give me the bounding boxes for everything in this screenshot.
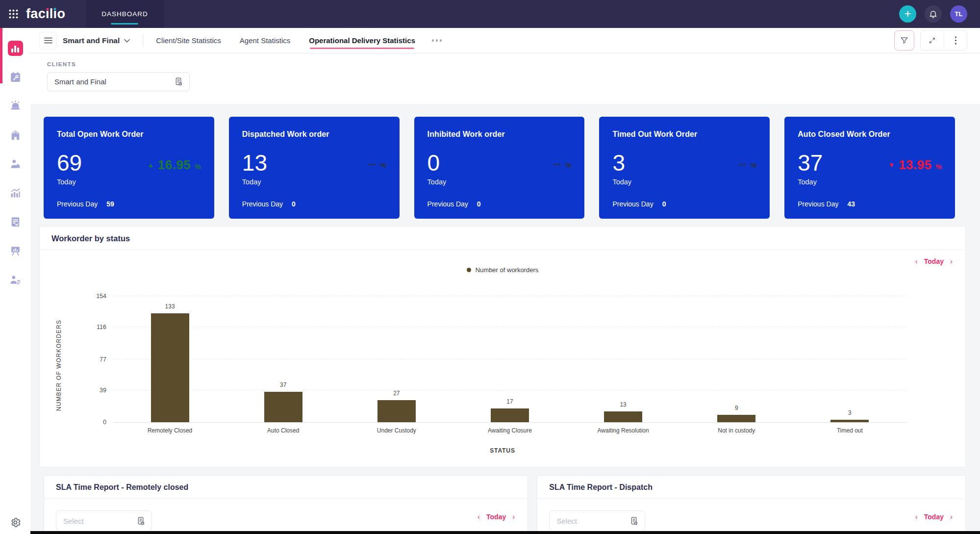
kpi-title: Total Open Work Order (57, 130, 201, 139)
expand-button[interactable] (921, 31, 944, 50)
sla-period-label[interactable]: Today (924, 513, 944, 521)
alarm-icon (9, 100, 22, 112)
sidebar-item-analytics[interactable] (0, 178, 30, 207)
chart-legend[interactable]: Number of workorders (40, 250, 965, 275)
chart-body: ‹ Today › Number of workorders NUMBER OF… (40, 250, 965, 467)
bar-awaiting-closure[interactable] (491, 408, 529, 422)
avatar-initials: TL (955, 10, 963, 18)
trend-arrow-icon: ▼ (888, 162, 895, 168)
topnav-tab-dashboard[interactable]: DASHBOARD (86, 0, 164, 28)
bar-awaiting-resolution[interactable] (604, 411, 642, 422)
kpi-card[interactable]: Inhibited Work order 0 Today -- % Previo… (414, 117, 585, 219)
bar-not-in-custody[interactable] (717, 415, 755, 422)
kpi-card[interactable]: Timed Out Work Order 3 Today -- % Previo… (599, 117, 770, 219)
statistics-tab[interactable]: Client/Site Statistics (156, 29, 221, 52)
kpi-previous-value: 43 (847, 200, 855, 208)
more-tabs-button[interactable] (432, 39, 442, 42)
kpi-delta: -- % (364, 157, 386, 170)
notifications-button[interactable] (925, 5, 942, 23)
chart-actions-group (920, 30, 967, 51)
chevron-right-icon[interactable]: › (950, 257, 953, 265)
sla-period-control: ‹ Today › (915, 512, 953, 521)
sidebar-item-vendors[interactable] (0, 150, 30, 178)
kpi-value: 37 (798, 152, 823, 174)
bar-cell: 37 (226, 297, 340, 422)
settings-button[interactable] (0, 517, 30, 528)
kpi-card-row: Total Open Work Order 69 Today ▲ 16.95 %… (44, 117, 955, 219)
person-list-icon (9, 274, 22, 286)
sidebar-item-facilities[interactable] (0, 121, 30, 150)
kpi-period-label: Today (242, 178, 267, 186)
dashboard-menu-button[interactable] (39, 32, 57, 50)
legend-label: Number of workorders (476, 266, 539, 274)
create-new-button[interactable]: + (899, 5, 916, 23)
kpi-delta-value: -- (553, 157, 561, 170)
sla-select-input[interactable] (556, 517, 615, 525)
sidebar-item-reports[interactable] (0, 207, 30, 236)
sla-select[interactable] (56, 510, 152, 532)
chevron-right-icon[interactable]: › (950, 512, 953, 521)
clients-select[interactable]: Smart and Final (47, 72, 190, 91)
active-module-indicator (0, 28, 2, 83)
kpi-card[interactable]: Auto Closed Work Order 37 Today ▼ 13.95 … (784, 117, 955, 219)
bar-timed-out[interactable] (830, 420, 869, 422)
trend-bars-icon (9, 187, 22, 199)
x-tick-label: Not in custody (680, 427, 793, 434)
sidebar-item-workforce[interactable] (0, 265, 30, 294)
kpi-card[interactable]: Dispatched Work order 13 Today -- % Prev… (229, 117, 400, 219)
sla-card-row: SLA Time Report - Remotely closed ‹ Toda… (44, 475, 966, 534)
sla-period-label[interactable]: Today (486, 513, 506, 521)
app-grid-icon[interactable] (9, 9, 18, 19)
kpi-previous-value: 59 (106, 200, 114, 208)
bar-under-custody[interactable] (377, 400, 416, 422)
kpi-delta-unit: % (565, 161, 571, 169)
chart-period-label[interactable]: Today (924, 257, 944, 265)
kpi-card[interactable]: Total Open Work Order 69 Today ▲ 16.95 %… (44, 117, 214, 219)
sla-select[interactable] (549, 510, 645, 532)
y-tick-label: 116 (97, 324, 106, 331)
kpi-delta-value: -- (368, 157, 376, 170)
bar-remotely-closed[interactable] (151, 313, 189, 422)
kpi-period-label: Today (798, 178, 823, 186)
sla-card: SLA Time Report - Remotely closed ‹ Toda… (44, 475, 528, 534)
chevron-left-icon[interactable]: ‹ (477, 512, 480, 521)
facilio-logo[interactable]: facılıo (26, 7, 65, 21)
sla-select-input[interactable] (63, 517, 122, 525)
sidebar-item-dashboard[interactable] (0, 34, 30, 63)
x-tick-label: Timed out (793, 427, 906, 434)
bar-cell: 133 (113, 297, 226, 422)
more-options-button[interactable] (944, 31, 967, 50)
chevron-left-icon[interactable]: ‹ (915, 512, 918, 521)
chevron-left-icon[interactable]: ‹ (915, 257, 918, 265)
dashboard-toolbar: Smart and Final Client/Site Statistics A… (30, 28, 980, 53)
dashboard-selector[interactable]: Smart and Final (63, 36, 130, 45)
avatar[interactable]: TL (950, 5, 967, 23)
bar-auto-closed[interactable] (264, 392, 302, 422)
chevron-right-icon[interactable]: › (512, 512, 515, 521)
kpi-previous-value: 0 (477, 200, 481, 208)
kpi-previous-label: Previous Day (242, 200, 283, 208)
statistics-tab[interactable]: Agent Statistics (240, 29, 290, 52)
x-tick-label: Auto Closed (226, 427, 340, 434)
statistics-tab[interactable]: Operational Delivery Statistics (309, 29, 415, 52)
filter-section: CLIENTS Smart and Final (30, 53, 980, 104)
chart-header: Workorder by status (40, 227, 965, 250)
gridline (113, 296, 906, 296)
statistics-tabs: Client/Site Statistics Agent Statistics … (156, 29, 415, 52)
document-check-icon (9, 216, 22, 228)
y-tick-label: 0 (103, 419, 106, 426)
kpi-previous-value: 0 (292, 200, 296, 208)
chevron-down-icon (124, 39, 130, 43)
trend-arrow-icon: ▲ (148, 162, 154, 168)
sidebar-item-planned-maintenance[interactable] (0, 63, 30, 92)
dashboard-selector-label: Smart and Final (63, 36, 120, 45)
kpi-period-label: Today (427, 178, 447, 186)
sidebar-item-alarms[interactable] (0, 92, 30, 121)
sidebar-item-kiosk[interactable] (0, 236, 30, 265)
bar-value-label: 13 (620, 401, 626, 408)
hamburger-icon (44, 37, 52, 44)
filter-button[interactable] (894, 30, 914, 51)
tab-label: Client/Site Statistics (156, 36, 221, 45)
bar-cell: 17 (453, 297, 566, 422)
sla-card: SLA Time Report - Dispatch ‹ Today › (537, 475, 966, 534)
